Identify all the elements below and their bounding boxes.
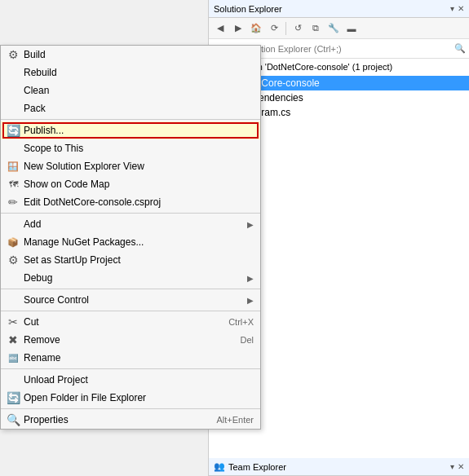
clean-label: Clean: [24, 85, 254, 96]
folder-icon: 🔄: [6, 391, 20, 404]
menu-item-nuget[interactable]: 📦 Manage NuGet Packages...: [1, 233, 260, 251]
context-menu: ⚙ Build Rebuild Clean Pack 🔄 Publish... …: [0, 45, 261, 430]
menu-item-unload[interactable]: Unload Project: [1, 371, 260, 389]
te-close-icon[interactable]: ✕: [458, 462, 464, 471]
separator-1: [1, 119, 260, 120]
menu-item-clean[interactable]: Clean: [1, 82, 260, 99]
menu-item-add[interactable]: Add ▶: [1, 215, 260, 233]
startup-label: Set as StartUp Project: [24, 254, 254, 266]
properties-label: Properties: [24, 414, 200, 425]
source-control-arrow: ▶: [247, 296, 254, 305]
sync-button[interactable]: ⟳: [266, 20, 282, 37]
search-icon: 🔍: [454, 43, 466, 54]
menu-item-edit-proj[interactable]: ✏ Edit DotNetCore-console.csproj: [1, 193, 260, 211]
cut-label: Cut: [24, 316, 212, 328]
add-label: Add: [24, 218, 241, 230]
te-pin-icon[interactable]: ▾: [450, 462, 454, 471]
properties-icon: 🔍: [6, 413, 20, 426]
bottom-titlebar: 👥 Team Explorer ▾ ✕: [209, 458, 469, 476]
nuget-icon: 📦: [6, 237, 20, 248]
separator-4: [1, 311, 260, 311]
debug-label: Debug: [24, 272, 241, 284]
team-explorer-label[interactable]: Team Explorer: [228, 462, 286, 472]
solution-explorer-titlebar: Solution Explorer ▾ ✕: [209, 0, 469, 18]
menu-item-cut[interactable]: ✂ Cut Ctrl+X: [1, 313, 260, 331]
toolbar-separator-1: [285, 22, 286, 35]
settings-button[interactable]: 🔧: [325, 20, 342, 37]
rename-icon: 🔤: [6, 354, 20, 363]
nuget-label: Manage NuGet Packages...: [24, 236, 254, 248]
menu-item-source-control[interactable]: Source Control ▶: [1, 291, 260, 309]
team-explorer-icon: 👥: [214, 461, 225, 472]
debug-arrow: ▶: [247, 274, 254, 283]
unload-label: Unload Project: [24, 374, 254, 386]
add-arrow: ▶: [247, 220, 254, 229]
properties-shortcut: Alt+Enter: [216, 415, 254, 425]
codemap-icon: 🗺: [6, 179, 20, 189]
menu-item-debug[interactable]: Debug ▶: [1, 269, 260, 287]
home-button[interactable]: 🏠: [248, 20, 264, 37]
menu-item-new-explorer[interactable]: 🪟 New Solution Explorer View: [1, 157, 260, 175]
back-button[interactable]: ◀: [212, 20, 228, 37]
remove-icon: ✖: [6, 333, 20, 346]
pack-label: Pack: [24, 103, 254, 114]
build-label: Build: [24, 49, 254, 60]
cut-icon: ✂: [6, 315, 20, 328]
source-control-label: Source Control: [24, 294, 241, 306]
separator-2: [1, 213, 260, 214]
rename-label: Rename: [24, 352, 254, 364]
new-explorer-label: New Solution Explorer View: [24, 161, 254, 172]
copy-button[interactable]: ⧉: [308, 20, 324, 37]
build-icon: ⚙: [6, 48, 20, 61]
dock-icon[interactable]: ✕: [458, 4, 464, 13]
menu-item-rebuild[interactable]: Rebuild: [1, 64, 260, 82]
menu-item-publish[interactable]: 🔄 Publish...: [1, 121, 260, 139]
startup-icon: ⚙: [6, 253, 20, 267]
scope-label: Scope to This: [24, 143, 254, 154]
menu-item-startup[interactable]: ⚙ Set as StartUp Project: [1, 251, 260, 269]
menu-item-build[interactable]: ⚙ Build: [1, 46, 260, 64]
menu-item-codemap[interactable]: 🗺 Show on Code Map: [1, 175, 260, 193]
publish-label: Publish...: [24, 125, 254, 136]
menu-item-rename[interactable]: 🔤 Rename: [1, 349, 260, 367]
menu-item-scope[interactable]: Scope to This: [1, 139, 260, 157]
solution-explorer-title: Solution Explorer: [214, 4, 282, 14]
solution-explorer-toolbar: ◀ ▶ 🏠 ⟳ ↺ ⧉ 🔧 ▬: [209, 18, 469, 39]
props-button[interactable]: ▬: [343, 20, 360, 37]
separator-6: [1, 408, 260, 409]
titlebar-icons: ▾ ✕: [450, 4, 464, 13]
separator-5: [1, 368, 260, 369]
new-explorer-icon: 🪟: [6, 161, 20, 172]
refresh-button[interactable]: ↺: [290, 20, 306, 37]
menu-item-remove[interactable]: ✖ Remove Del: [1, 331, 260, 349]
menu-item-properties[interactable]: 🔍 Properties Alt+Enter: [1, 411, 260, 429]
separator-3: [1, 289, 260, 289]
menu-item-open-folder[interactable]: 🔄 Open Folder in File Explorer: [1, 389, 260, 407]
pin-icon[interactable]: ▾: [450, 4, 454, 13]
remove-label: Remove: [24, 334, 223, 346]
edit-proj-label: Edit DotNetCore-console.csproj: [24, 196, 254, 208]
cut-shortcut: Ctrl+X: [228, 317, 254, 327]
open-folder-label: Open Folder in File Explorer: [24, 392, 254, 403]
forward-button[interactable]: ▶: [230, 20, 246, 37]
codemap-label: Show on Code Map: [24, 178, 254, 190]
menu-item-pack[interactable]: Pack: [1, 99, 260, 117]
rebuild-label: Rebuild: [24, 67, 254, 78]
edit-icon: ✏: [6, 196, 20, 209]
publish-icon: 🔄: [6, 124, 20, 137]
remove-shortcut: Del: [240, 335, 254, 345]
